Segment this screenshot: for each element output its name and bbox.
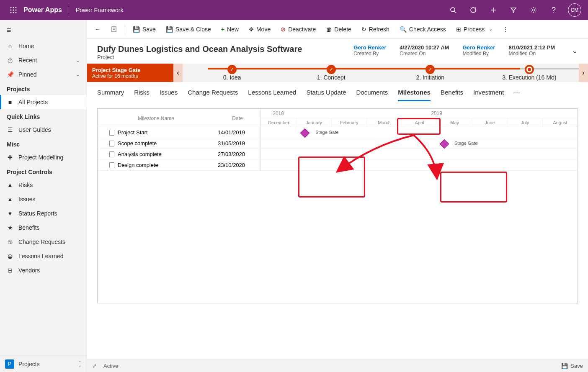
tab-more-icon[interactable]: ⋯ [514, 86, 520, 101]
svg-point-6 [10, 12, 12, 13]
add-icon[interactable] [484, 0, 503, 20]
tab-status-update[interactable]: Status Update [306, 86, 346, 101]
nav-label: Project Modelling [18, 154, 63, 161]
tab-lessons-learned[interactable]: Lessons Learned [248, 86, 296, 101]
sidebar-area-switcher[interactable]: P Projects ⌃⌄ [0, 356, 87, 372]
sidebar-item-risks[interactable]: ▲Risks [0, 178, 87, 192]
svg-point-4 [13, 10, 14, 11]
sidebar-item-issues[interactable]: ▲Issues [0, 192, 87, 206]
bpf-next-button[interactable]: › [579, 64, 588, 82]
svg-point-15 [533, 9, 535, 11]
footer-save-label: Save [570, 363, 583, 369]
tab-summary[interactable]: Summary [97, 86, 124, 101]
check-icon: ✓ [327, 65, 336, 74]
process-button[interactable]: ⊞Process⌄ [452, 23, 497, 35]
check-icon: ✓ [227, 65, 237, 74]
new-button[interactable]: +New [217, 23, 243, 35]
refresh-button[interactable]: ↻Refresh [357, 23, 394, 35]
milestone-row[interactable]: Analysis complete27/03/2020 [98, 149, 578, 160]
tab-benefits[interactable]: Benefits [441, 86, 463, 101]
area-label: Projects [18, 361, 40, 367]
col-header-name: Milestone Name [98, 109, 214, 127]
sidebar-item-status[interactable]: ♥Status Reports [0, 206, 87, 221]
milestone-row[interactable]: Design complete23/10/2020 [98, 160, 578, 171]
chevron-down-icon: ⌄ [76, 72, 80, 77]
help-icon[interactable]: ? [544, 0, 563, 20]
cmd-label: Save [142, 26, 156, 33]
command-bar: ← 💾Save 💾Save & Close +New ✥Move ⊘Deacti… [87, 20, 588, 38]
notes-button[interactable] [106, 23, 121, 35]
tab-issues[interactable]: Issues [160, 86, 178, 101]
sidebar-item-modelling[interactable]: ✚Project Modelling [0, 150, 87, 164]
warning-icon: ▲ [7, 196, 13, 203]
cmd-label: Deactivate [288, 26, 316, 33]
modified-on-value: 8/10/2021 2:12 PM [508, 44, 555, 51]
nav-label: Lessons Learned [18, 253, 63, 259]
bpf-prev-button[interactable]: ‹ [173, 64, 183, 82]
sidebar-item-lessons[interactable]: ◒Lessons Learned [0, 249, 87, 263]
modified-by-value[interactable]: Gero Renker [462, 44, 495, 51]
stage-gate-label: Stage Gate [454, 141, 478, 146]
footer-expand-icon[interactable]: ⤢ [92, 363, 97, 369]
milestone-row[interactable]: Scope complete31/05/2019 [98, 138, 578, 149]
task-icon[interactable] [464, 0, 482, 20]
topbar-divider [69, 5, 69, 15]
nav-label: All Projects [18, 99, 48, 105]
bpf-stage-1[interactable]: ✓1. Concept [282, 65, 381, 81]
bpf-stage-3[interactable]: 3. Execution (16 Mo) [480, 65, 579, 81]
home-icon: ⌂ [7, 43, 13, 49]
svg-point-8 [15, 12, 17, 13]
created-by-value[interactable]: Gero Renker [353, 44, 386, 51]
milestone-name: Scope complete [118, 140, 157, 146]
header-expand-icon[interactable]: ⌄ [572, 46, 578, 55]
bpf-stage-0[interactable]: ✓0. Idea [183, 65, 282, 81]
footer-save-button[interactable]: 💾Save [561, 363, 583, 369]
nav-label: Recent [18, 57, 37, 64]
svg-point-9 [451, 8, 455, 12]
nav-label: User Guides [18, 126, 51, 133]
tab-change-requests[interactable]: Change Requests [188, 86, 238, 101]
area-switcher-icon: ⌃⌄ [78, 361, 82, 367]
month-header: January [296, 118, 331, 127]
document-icon [109, 130, 114, 136]
sidebar-item-user-guides[interactable]: ☰User Guides [0, 123, 87, 137]
app-launcher-icon[interactable] [3, 7, 23, 13]
gear-icon[interactable] [524, 0, 543, 20]
move-button[interactable]: ✥Move [245, 23, 275, 35]
bpf-name-panel[interactable]: Project Stage Gate Active for 16 months [87, 64, 173, 82]
tab-risks[interactable]: Risks [134, 86, 150, 101]
back-button[interactable]: ← [90, 23, 105, 35]
sidebar-item-change[interactable]: ≋Change Requests [0, 235, 87, 249]
save-icon: 💾 [561, 363, 568, 369]
tab-investment[interactable]: Investment [473, 86, 504, 101]
user-avatar[interactable]: CM [568, 3, 581, 17]
search-icon[interactable] [444, 0, 462, 20]
shield-icon: ◒ [7, 253, 13, 259]
save-button[interactable]: 💾Save [129, 23, 160, 35]
month-header: August [542, 118, 578, 127]
sidebar-item-all-projects[interactable]: ■All Projects [0, 95, 87, 109]
tab-milestones[interactable]: Milestones [398, 86, 431, 101]
left-sidebar: ≡ ⌂Home ◷Recent⌄ 📌Pinned⌄ Projects ■All … [0, 20, 87, 372]
month-header: March [366, 118, 402, 127]
deactivate-button[interactable]: ⊘Deactivate [276, 23, 320, 35]
main-content: ← 💾Save 💾Save & Close +New ✥Move ⊘Deacti… [87, 20, 588, 372]
tab-documents[interactable]: Documents [356, 86, 388, 101]
svg-point-5 [15, 10, 17, 11]
record-title: Dufy Dunes Logistics and Ocean Analysis … [97, 44, 302, 54]
sidebar-toggle-icon[interactable]: ≡ [0, 22, 87, 39]
bpf-stage-2[interactable]: ✓2. Initiation [381, 65, 480, 81]
sidebar-item-pinned[interactable]: 📌Pinned⌄ [0, 67, 87, 82]
star-icon: ★ [7, 224, 13, 231]
save-close-button[interactable]: 💾Save & Close [162, 23, 215, 35]
sidebar-item-recent[interactable]: ◷Recent⌄ [0, 53, 87, 67]
filter-icon[interactable] [504, 0, 523, 20]
svg-line-10 [454, 11, 456, 13]
check-access-button[interactable]: 🔍Check Access [395, 23, 450, 35]
more-commands-icon[interactable]: ⋮ [498, 23, 513, 35]
sidebar-item-home[interactable]: ⌂Home [0, 39, 87, 53]
delete-button[interactable]: 🗑Delete [322, 23, 355, 35]
sidebar-item-vendors[interactable]: ⊟Vendors [0, 263, 87, 277]
milestone-name: Design complete [118, 162, 158, 168]
sidebar-item-benefits[interactable]: ★Benefits [0, 221, 87, 235]
